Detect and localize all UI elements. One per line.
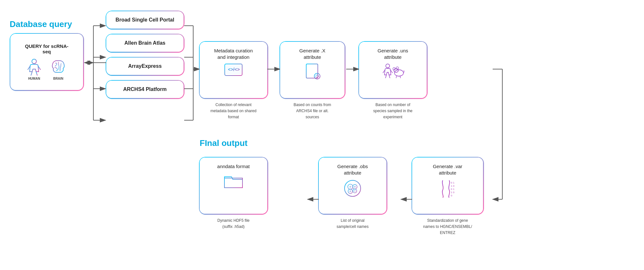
db-query-section: Database query QUERY for scRNA-seq	[10, 19, 84, 91]
generate-uns-box: Generate .unsattribute	[359, 42, 427, 98]
human-label: HUMAN	[28, 77, 40, 80]
svg-text:0 1: 0 1	[451, 181, 455, 184]
svg-point-46	[386, 64, 390, 68]
human-icon-item: HUMAN	[27, 59, 41, 80]
code-monitor-icon: <>/<>	[223, 63, 243, 79]
source-label-archs4: ARCHS4 Platform	[123, 86, 166, 92]
generate-uns-icon	[381, 63, 404, 80]
svg-point-24	[32, 59, 36, 64]
generate-obs-box: Generate .obsattribute	[319, 158, 386, 214]
diagram-container: Database query QUERY for scRNA-seq	[0, 0, 644, 270]
final-output-title: FInal output	[200, 138, 248, 148]
generate-x-icon	[304, 63, 321, 81]
anndata-subtitle: Dynamic HDF5 file(suffix .h5ad)	[200, 217, 267, 230]
source-label-allen: Allen Brain Atlas	[124, 40, 165, 46]
svg-point-62	[349, 186, 351, 188]
generate-var-subtitle: Standardization of genenames to HGNC/ENS…	[412, 217, 483, 235]
source-label-broad: Broad Single Cell Portal	[116, 17, 174, 22]
svg-text:1 0: 1 0	[451, 191, 455, 194]
brain-icon	[50, 59, 66, 76]
source-box-broad: Broad Single Cell Portal	[106, 11, 184, 29]
source-box-allen: Allen Brain Atlas	[106, 34, 184, 52]
brain-icon-item: BRAIN	[50, 59, 66, 80]
svg-text:0 1: 0 1	[451, 188, 455, 191]
source-box-array: ArrayExpress	[106, 58, 184, 75]
brain-label: BRAIN	[53, 77, 63, 80]
dna-icon: 0 1 1 0 0 1 1 0 0	[438, 179, 457, 198]
sources-column: Broad Single Cell Portal Allen Brain Atl…	[106, 11, 184, 98]
generate-x-subtitle: Based on counts fromARCHS4 file or alt.s…	[280, 102, 345, 120]
arrows-overlay	[0, 0, 644, 270]
generate-obs-subtitle: List of originalsample/cell names	[319, 217, 386, 230]
svg-line-49	[385, 75, 386, 78]
generate-x-box: Generate .Xattribute	[280, 42, 345, 98]
svg-point-65	[354, 190, 356, 192]
svg-line-50	[389, 75, 390, 78]
metadata-title: Metadata curationand integration	[214, 48, 253, 60]
metadata-curation-box: Metadata curationand integration <>/<>	[200, 42, 267, 98]
cell-icon	[343, 179, 362, 198]
source-box-archs4: ARCHS4 Platform	[106, 81, 184, 98]
query-icons: HUMAN	[23, 59, 71, 80]
generate-x-title: Generate .Xattribute	[299, 48, 326, 60]
svg-point-64	[349, 190, 351, 192]
source-label-array: ArrayExpress	[128, 63, 162, 69]
db-query-title: Database query	[10, 19, 84, 29]
anndata-box: anndata format	[200, 158, 267, 214]
generate-obs-title: Generate .obsattribute	[337, 163, 368, 176]
query-title: QUERY for scRNA-seq	[23, 43, 71, 54]
generate-var-box: Generate .varattribute	[412, 158, 483, 214]
svg-line-55	[396, 76, 397, 78]
metadata-subtitle: Collection of relevantmetadata based on …	[200, 102, 267, 120]
db-query-box: QUERY for scRNA-seq	[10, 33, 84, 91]
svg-line-28	[36, 72, 37, 76]
svg-text:1 0: 1 0	[451, 184, 455, 187]
svg-text:0: 0	[451, 194, 452, 197]
generate-uns-subtitle: Based on number ofspecies sampled in the…	[359, 102, 427, 120]
svg-line-27	[31, 72, 32, 76]
svg-point-63	[354, 186, 356, 188]
svg-text:<>/<>: <>/<>	[228, 67, 240, 72]
svg-point-51	[394, 70, 403, 76]
anndata-title: anndata format	[217, 163, 250, 170]
human-icon	[27, 59, 41, 76]
folder-icon	[223, 173, 244, 190]
generate-var-title: Generate .varattribute	[433, 163, 462, 176]
generate-uns-title: Generate .unsattribute	[377, 48, 408, 60]
